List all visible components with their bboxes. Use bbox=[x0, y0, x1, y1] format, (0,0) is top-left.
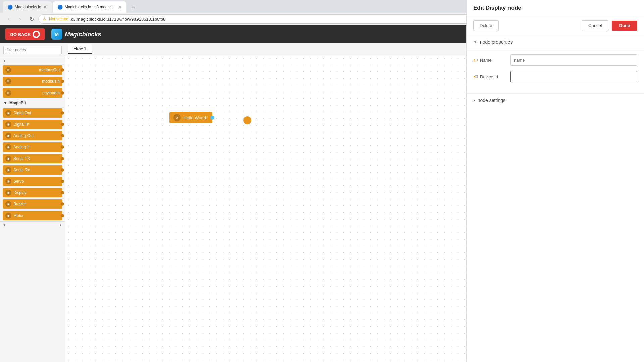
node-icon-analog-in: ◉ bbox=[5, 144, 11, 150]
node-dot-right-digital-in bbox=[61, 123, 64, 126]
node-icon-serial-rx: ◉ bbox=[5, 167, 11, 173]
tab2-favicon: 🔵 bbox=[57, 4, 63, 10]
device-id-tag-icon: 🏷 bbox=[473, 74, 478, 79]
node-icon-buzzer: ◉ bbox=[5, 201, 11, 207]
sidebar-node-serial-tx[interactable]: ◉ Serial TX bbox=[3, 154, 62, 163]
sidebar-section-magicbit[interactable]: ▼ MagicBit bbox=[0, 99, 65, 107]
name-tag-icon: 🏷 bbox=[473, 57, 478, 63]
node-properties-section-header[interactable]: ▼ node properties bbox=[467, 43, 644, 49]
browser-tab-2[interactable]: 🔵 Magicblocks.io : c3.magicblocks... ✕ bbox=[53, 1, 126, 13]
browser-tab-1[interactable]: 🔵 Magicblocks.io ✕ bbox=[3, 1, 52, 13]
node-dot-right-digital-out bbox=[61, 111, 64, 115]
go-back-button[interactable]: GO BACK bbox=[5, 28, 45, 40]
node-dot-right-servo bbox=[61, 180, 64, 183]
logo-icon: M bbox=[51, 29, 62, 40]
node-properties-chevron-icon: ▼ bbox=[473, 43, 477, 44]
sidebar-scroll-up-btn2[interactable]: ▲ bbox=[59, 223, 62, 227]
node-dot-right-modbus-out bbox=[61, 68, 64, 72]
main-content: ▲ ⟳ modbusOut ⟳ modbusIn ⟳ payloadIn ▼ M… bbox=[0, 43, 644, 362]
back-button[interactable]: ‹ bbox=[4, 14, 13, 24]
node-dot-right-modbus-in bbox=[61, 80, 64, 83]
sidebar-scroll-up[interactable]: ▲ bbox=[0, 58, 9, 63]
device-id-form-row: 🏷 Device Id bbox=[473, 71, 637, 82]
name-label-text: Name bbox=[480, 58, 492, 63]
new-tab-button[interactable]: + bbox=[128, 3, 138, 13]
tab1-favicon: 🔵 bbox=[7, 4, 13, 10]
node-settings-section[interactable]: › node settings bbox=[467, 93, 644, 107]
logo-area: M Magicblocks bbox=[51, 29, 101, 40]
node-dot-right-display bbox=[61, 191, 64, 194]
node-dot-right-analog-out bbox=[61, 134, 64, 137]
device-id-input[interactable] bbox=[510, 71, 637, 82]
canvas-node-icon: ⟳ bbox=[173, 114, 181, 121]
forward-button[interactable]: › bbox=[15, 14, 25, 24]
app-wrapper: GO BACK M Magicblocks ⊳ Deploy ▾ 👤 ≡ bbox=[0, 25, 644, 362]
go-back-inner bbox=[34, 32, 39, 37]
node-dot-right-motor bbox=[61, 214, 64, 217]
device-id-label-text: Device Id bbox=[480, 74, 498, 79]
node-icon-servo: ◉ bbox=[5, 178, 11, 184]
tab1-title: Magicblocks.io bbox=[15, 5, 41, 9]
node-icon-display: ◉ bbox=[5, 190, 11, 196]
security-warning-icon: ⚠ bbox=[43, 17, 46, 21]
tab1-close[interactable]: ✕ bbox=[43, 4, 47, 10]
magicbit-section-label: MagicBit bbox=[9, 101, 26, 105]
sidebar-node-display[interactable]: ◉ Display bbox=[3, 188, 62, 197]
edit-panel-body: ▼ node properties 🏷 Name bbox=[467, 43, 644, 362]
device-id-label: 🏷 Device Id bbox=[473, 74, 510, 79]
security-warning-text: Not secure bbox=[49, 17, 68, 21]
sidebar-scroll-down-btn[interactable]: ▼ bbox=[3, 223, 6, 227]
sidebar-node-digital-in[interactable]: ◉ Digital In bbox=[3, 120, 62, 129]
sidebar-node-modbus-in[interactable]: ⟳ modbusIn bbox=[3, 77, 62, 86]
node-properties-label: node properties bbox=[480, 43, 513, 45]
sidebar: ▲ ⟳ modbusOut ⟳ modbusIn ⟳ payloadIn ▼ M… bbox=[0, 43, 65, 362]
sidebar-node-payload-in[interactable]: ⟳ payloadIn bbox=[3, 88, 62, 98]
node-dot-right-buzzer bbox=[61, 202, 64, 206]
node-icon-payload-in: ⟳ bbox=[5, 90, 11, 96]
name-input[interactable] bbox=[510, 54, 637, 66]
edit-panel: Edit Display node Delete Cancel Done ▼ n… bbox=[466, 43, 644, 362]
address-url: c3.magicblocks.io:31713/#flow/9a928613.1… bbox=[71, 17, 165, 22]
filter-nodes-input[interactable] bbox=[3, 46, 62, 54]
node-icon-digital-in: ◉ bbox=[5, 121, 11, 127]
sidebar-node-modbus-out[interactable]: ⟳ modbusOut bbox=[3, 65, 62, 75]
node-properties-body: 🏷 Name 🏷 Device Id bbox=[467, 49, 644, 93]
flow-tab-flow1[interactable]: Flow 1 bbox=[68, 44, 92, 54]
sidebar-node-analog-out[interactable]: ◉ Analog Out bbox=[3, 131, 62, 140]
canvas-node-label: Hello World ! bbox=[183, 115, 208, 120]
sidebar-node-analog-in[interactable]: ◉ Analog In bbox=[3, 142, 62, 152]
sidebar-node-serial-rx[interactable]: ◉ Serial Rx bbox=[3, 165, 62, 175]
node-dot-right-analog-in bbox=[61, 145, 64, 149]
sidebar-node-motor[interactable]: ◉ Motor bbox=[3, 211, 62, 220]
node-dot-right-serial-tx bbox=[61, 157, 64, 160]
node-settings-label: node settings bbox=[478, 98, 505, 103]
tab2-title: Magicblocks.io : c3.magicblocks... bbox=[65, 5, 116, 9]
sidebar-node-servo[interactable]: ◉ Servo bbox=[3, 177, 62, 186]
magicbit-chevron-icon: ▼ bbox=[3, 101, 7, 105]
sidebar-search bbox=[0, 43, 65, 57]
canvas-connector-dot bbox=[243, 116, 251, 124]
logo-text: Magicblocks bbox=[65, 31, 101, 38]
node-icon-digital-out: ◉ bbox=[5, 110, 11, 116]
node-icon-analog-out: ◉ bbox=[5, 133, 11, 139]
node-icon-modbus-out: ⟳ bbox=[5, 67, 11, 73]
node-settings-chevron-icon: › bbox=[473, 98, 475, 103]
canvas-node-conn-right bbox=[210, 116, 214, 120]
tab2-close[interactable]: ✕ bbox=[118, 4, 122, 10]
node-dot-right-payload-in bbox=[61, 91, 64, 95]
canvas-node-hello-world[interactable]: ⟳ Hello World ! bbox=[169, 112, 212, 123]
node-icon-modbus-in: ⟳ bbox=[5, 78, 11, 84]
node-icon-serial-tx: ◉ bbox=[5, 156, 11, 162]
node-icon-motor: ◉ bbox=[5, 213, 11, 219]
name-form-row: 🏷 Name bbox=[473, 54, 637, 66]
sidebar-node-buzzer[interactable]: ◉ Buzzer bbox=[3, 199, 62, 209]
node-dot-right-serial-rx bbox=[61, 168, 64, 172]
go-back-circle bbox=[33, 31, 40, 38]
refresh-button[interactable]: ↻ bbox=[27, 14, 36, 24]
name-label: 🏷 Name bbox=[473, 57, 510, 63]
go-back-label: GO BACK bbox=[10, 32, 31, 37]
sidebar-node-digital-out[interactable]: ◉ Digial Out bbox=[3, 108, 62, 118]
